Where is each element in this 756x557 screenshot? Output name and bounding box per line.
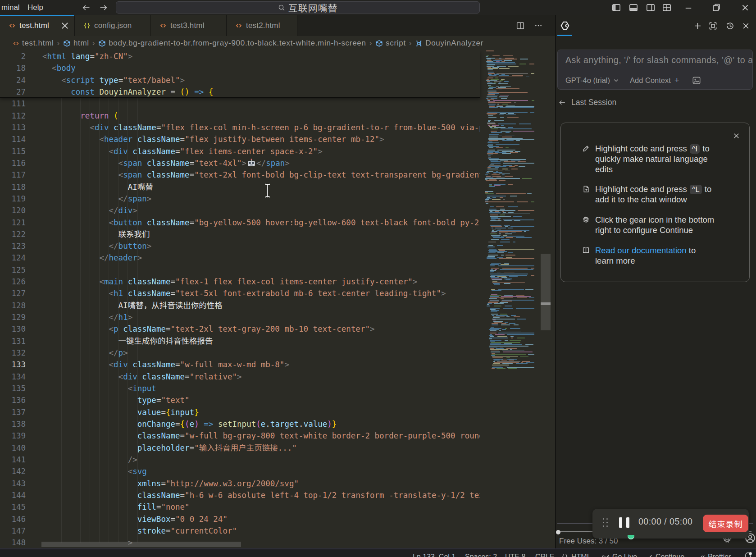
line-number: 121 — [0, 217, 26, 228]
nav-back-icon[interactable] — [82, 3, 91, 12]
code-line: 130 <p className="text-2xl text-gray-200… — [0, 323, 480, 335]
tab-config-json[interactable]: config.json — [75, 15, 151, 36]
minimap-line — [499, 173, 510, 174]
code-text: </header> — [42, 252, 142, 264]
minimap-line — [491, 268, 499, 269]
minimap-line — [489, 347, 497, 348]
fullscreen-icon[interactable] — [709, 22, 717, 30]
minimap-line — [526, 77, 529, 78]
code-token-str: "flex flex-col min-h-screen p-6 bg-gradi… — [161, 123, 480, 132]
minimap-line — [526, 362, 535, 363]
drag-dot — [603, 525, 604, 527]
status-item-spaces-2[interactable]: Spaces: 2 — [465, 552, 497, 557]
chat-input-box[interactable]: Ask anything, '/' for slash commands, '@… — [557, 50, 753, 90]
nav-forward-icon[interactable] — [99, 3, 108, 12]
status-item-crlf[interactable]: CRLF — [535, 552, 554, 557]
pause-button[interactable] — [619, 517, 630, 528]
minimap-line — [490, 264, 499, 265]
line-number: 145 — [0, 501, 26, 513]
code-text: <div className="relative"> — [42, 371, 242, 383]
split-editor-icon[interactable] — [516, 22, 524, 30]
status-item-html[interactable]: HTML — [561, 552, 591, 557]
close-panel-icon[interactable] — [742, 22, 750, 30]
status-item-continue[interactable]: Continue — [645, 552, 684, 557]
status-item-prettier[interactable]: Prettier — [697, 552, 731, 557]
code-token-b1: { — [180, 420, 185, 429]
image-icon[interactable] — [691, 76, 702, 85]
horizontal-scrollbar[interactable] — [41, 542, 241, 547]
command-center[interactable]: 互联网嘴替 — [116, 1, 480, 14]
customize-layout-icon[interactable] — [662, 3, 671, 12]
minimap-line — [500, 160, 508, 161]
breadcrumb-item[interactable]: html — [63, 39, 89, 48]
tab-close-icon[interactable] — [60, 21, 70, 31]
minimap-line — [485, 192, 488, 193]
code-text: type="text" — [42, 394, 190, 406]
status-item-go-live[interactable]: Go Live — [602, 552, 637, 557]
code-line: 134 <div className="relative"> — [0, 371, 480, 383]
window-restore-icon[interactable] — [712, 3, 721, 12]
breadcrumb-item[interactable]: body.bg-gradient-to-br.from-gray-900.to-… — [98, 39, 366, 48]
status-item-ln-133-col-1[interactable]: Ln 133, Col 1 — [413, 552, 455, 557]
code-token-op: = — [170, 515, 175, 524]
code-token-tag: div — [114, 360, 128, 369]
minimap[interactable] — [483, 50, 540, 370]
add-context-button[interactable]: Add Context — [630, 76, 671, 85]
notifications-bell-icon[interactable] — [743, 552, 752, 557]
line-number: 144 — [0, 489, 26, 501]
tab-test2-html[interactable]: test2.html — [227, 15, 297, 36]
minimap-line — [508, 368, 517, 369]
toggle-secondary-sidebar-icon[interactable] — [646, 3, 655, 12]
drag-handle[interactable] — [603, 518, 608, 529]
line-number: 119 — [0, 193, 26, 205]
close-tips-icon[interactable] — [733, 132, 740, 140]
breadcrumb-item[interactable]: test.html — [13, 39, 54, 48]
code-token-op: = — [166, 324, 171, 333]
more-actions-icon[interactable] — [534, 22, 542, 30]
new-session-icon[interactable] — [693, 22, 702, 30]
minimap-line — [493, 173, 496, 174]
free-uses-knob — [556, 530, 560, 534]
menu-item-help[interactable]: Help — [27, 0, 43, 15]
breadcrumb-item[interactable]: DouyinAnalyzer — [415, 39, 483, 48]
status-item-utf-8[interactable]: UTF-8 — [505, 552, 525, 557]
code-token-op — [42, 253, 99, 262]
window-minimize-icon[interactable] — [684, 4, 693, 13]
breadcrumb-item[interactable]: script — [375, 39, 406, 48]
code-line: 145 fill="none" — [0, 501, 480, 513]
code-token-kwb: => — [194, 87, 204, 96]
tab-test3-html[interactable]: test3.html — [151, 15, 227, 36]
minimap-line — [490, 160, 498, 161]
continue-logo-icon[interactable] — [560, 21, 570, 31]
code-text: /> — [42, 454, 137, 466]
code-token-op — [142, 170, 147, 179]
code-token-op — [109, 111, 114, 120]
last-session-button[interactable]: Last Session — [558, 98, 616, 107]
code-editor[interactable]: 111112 return (113 <div className="flex … — [0, 50, 555, 548]
code-token-attr: value — [137, 408, 161, 417]
minimap-line — [486, 177, 493, 178]
history-icon[interactable] — [726, 22, 734, 30]
tab-test-html[interactable]: test.html — [0, 15, 75, 36]
window-close-icon[interactable] — [741, 3, 750, 12]
documentation-link[interactable]: Read our documentation — [595, 246, 687, 255]
code-token-op: = — [190, 218, 195, 227]
minimap-line — [501, 332, 521, 333]
code-token-str: "text/babel" — [123, 76, 180, 85]
minimap-line — [506, 255, 515, 256]
pause-bar — [619, 517, 622, 528]
code-token-str: "flex-1 flex flex-col items-center justi… — [175, 277, 413, 286]
menu-item-terminal[interactable]: minal — [1, 0, 20, 15]
toggle-panel-icon[interactable] — [629, 3, 638, 12]
editor-tabs: test.html config.json test3.html test2.h… — [0, 15, 555, 36]
stop-recording-button[interactable]: 结束录制 — [703, 515, 748, 532]
model-selector[interactable]: GPT-4o (trial) — [565, 76, 610, 85]
minimap-line — [489, 136, 498, 137]
code-token-op — [204, 87, 209, 96]
minimap-line — [490, 211, 492, 212]
code-token-attr: className — [128, 289, 171, 298]
toggle-sidebar-icon[interactable] — [612, 3, 621, 12]
minimap-line — [489, 75, 496, 76]
vertical-scrollbar[interactable] — [541, 254, 551, 330]
minimap-line — [492, 229, 496, 230]
